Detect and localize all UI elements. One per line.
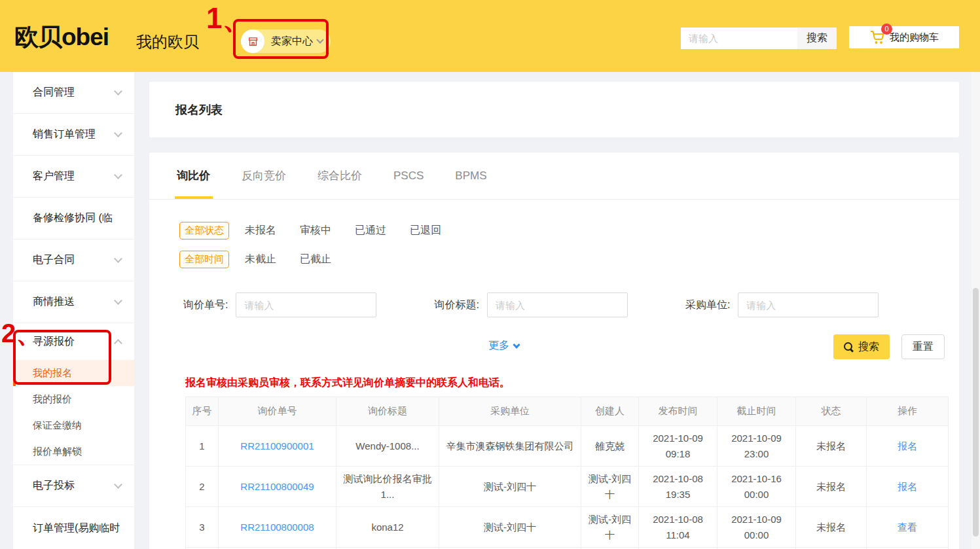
sidebar-item-e-contract[interactable]: 电子合同 [13,239,134,281]
cell-status: 未报名 [796,467,867,507]
tab-bpms[interactable]: BPMS [455,152,486,199]
field-buyer-unit: 采购单位: [685,292,879,317]
sidebar-item-repair-collab[interactable]: 备修检修协同 (临 [13,198,134,239]
chevron-down-icon [114,171,122,179]
header-search-button[interactable]: 搜索 [797,27,837,49]
tab-pscs[interactable]: PSCS [393,152,424,199]
sidebar-item-sales-orders[interactable]: 销售订单管理 [13,114,134,156]
register-action-link[interactable]: 报名 [898,481,917,492]
reset-button[interactable]: 重置 [901,334,945,359]
col-deadline: 截止时间 [717,397,796,426]
seller-center-dropdown[interactable]: 卖家中心 [241,29,331,53]
field-inquiry-no: 询价单号: [183,292,376,317]
view-action-link[interactable]: 查看 [898,522,917,533]
cell-creator: 测试-刘四十 [581,467,639,507]
page-title-card: 报名列表 [149,82,959,137]
obei-logo: 欧贝obei [14,21,109,54]
cell-status: 未报名 [796,507,867,548]
table-row: 1 RR21100900001 Wendy-1008... 辛集市澳森钢铁集团有… [186,426,949,467]
cell-publish-time: 2021-10-08 11:04 [639,507,717,548]
filter-closed[interactable]: 已截止 [300,253,331,266]
table-row: 3 RR21100800008 kona12 测试-刘四十 测试-刘四十 202… [186,507,949,548]
portal-title: 我的欧贝 [136,31,199,52]
sidebar-item-label: 合同管理 [33,86,75,99]
tab-comprehensive-compare[interactable]: 综合比价 [318,152,362,199]
filter-all-time[interactable]: 全部时间 [179,251,229,268]
sidebar-subitem-label: 我的报价 [33,393,72,406]
tab-inquiry-compare[interactable]: 询比价 [177,152,210,199]
sidebar-item-contract-mgmt[interactable]: 合同管理 [13,72,134,114]
cell-title: 测试询比价报名审批1... [336,467,439,507]
cell-deadline: 2021-10-16 00:00 [717,467,796,507]
sidebar-item-label: 电子投标 [33,479,75,493]
tab-reverse-auction[interactable]: 反向竞价 [242,152,286,199]
table-row: 2 RR21100800049 测试询比价报名审批1... 测试-刘四十 测试-… [186,467,949,507]
cell-buyer: 辛集市澳森钢铁集团有限公司 [439,426,581,467]
sidebar-item-label: 客户管理 [33,169,75,183]
main-content: 报名列表 询比价 反向竞价 综合比价 PSCS BPMS 全部状态 未报名 审核… [149,82,959,549]
inquiry-title-label: 询价标题: [434,298,479,312]
sidebar-item-label: 商情推送 [33,295,75,309]
sidebar-nav: 合同管理 销售订单管理 客户管理 备修检修协同 (临 电子合同 商情推送 寻源报… [13,72,134,549]
scrollbar-thumb[interactable] [973,288,979,537]
top-header: 欧贝obei 我的欧贝 卖家中心 搜索 0 我的购物车 [0,0,980,72]
sidebar-subitem-deposit-payment[interactable]: 保证金缴纳 [13,412,134,438]
filter-returned[interactable]: 已退回 [410,224,441,238]
header-search-input[interactable] [681,27,797,49]
sidebar-item-label: 备修检修协同 (临 [33,211,113,225]
register-action-link[interactable]: 报名 [898,440,917,452]
review-notice: 报名审核由采购员审核，联系方式详见询价单摘要中的联系人和电话。 [185,376,959,390]
search-button[interactable]: 搜索 [833,334,890,359]
filter-section: 全部状态 未报名 审核中 已通过 已退回 全部时间 未截止 已截止 [149,200,959,269]
filter-not-closed[interactable]: 未截止 [245,253,276,266]
filter-not-registered[interactable]: 未报名 [245,224,276,238]
registration-list-card: 询比价 反向竞价 综合比价 PSCS BPMS 全部状态 未报名 审核中 已通过… [149,152,959,549]
filter-approved[interactable]: 已通过 [355,224,386,238]
order-no-link[interactable]: RR21100900001 [240,440,314,452]
sidebar-subitem-label: 保证金缴纳 [33,419,82,432]
sidebar-item-order-mgmt[interactable]: 订单管理(易购临时 [13,507,134,549]
sidebar-subitem-quote-unlock[interactable]: 报价单解锁 [13,438,134,465]
more-toggle[interactable]: 更多 [488,339,519,353]
cell-buyer: 测试-刘四十 [439,507,581,548]
filter-all-status[interactable]: 全部状态 [179,222,229,239]
col-creator: 创建人 [581,397,639,426]
tab-bar: 询比价 反向竞价 综合比价 PSCS BPMS [149,152,959,200]
page-title: 报名列表 [175,102,223,118]
inquiry-no-input[interactable] [236,292,376,317]
cell-creator: 雒克兢 [581,426,639,467]
col-order-no: 询价单号 [219,397,336,426]
chevron-down-icon [114,296,122,305]
chevron-up-icon [114,339,122,347]
filter-under-review[interactable]: 审核中 [300,224,331,238]
sidebar-subitem-label: 报价单解锁 [33,446,82,458]
action-row: 更多 搜索 重置 [149,334,959,359]
inquiry-no-label: 询价单号: [183,298,228,312]
table-header-row: 序号 询价单号 询价标题 采购单位 创建人 发布时间 截止时间 状态 操作 [186,397,949,426]
cell-deadline: 2021-10-09 00:00 [717,507,796,548]
page-scrollbar [971,72,980,549]
sidebar-item-business-push[interactable]: 商情推送 [13,281,134,323]
cell-status: 未报名 [796,426,867,467]
col-title: 询价标题 [336,397,439,426]
sidebar-subitem-my-registration[interactable]: 我的报名 [13,360,134,386]
search-icon [844,342,854,352]
cell-deadline: 2021-10-09 23:00 [717,426,796,467]
cart-count-badge: 0 [881,24,892,35]
inquiry-title-input[interactable] [487,292,628,317]
cell-index: 3 [186,507,219,548]
sidebar-item-customer-mgmt[interactable]: 客户管理 [13,156,134,198]
order-no-link[interactable]: RR21100800008 [240,522,314,533]
cell-index: 1 [186,426,219,467]
more-label: 更多 [488,339,509,353]
col-buyer: 采购单位 [439,397,581,426]
cart-button[interactable]: 0 我的购物车 [849,26,959,48]
cell-publish-time: 2021-10-09 09:18 [639,426,717,467]
order-no-link[interactable]: RR21100800049 [240,481,314,492]
buyer-unit-input[interactable] [738,292,879,317]
search-button-label: 搜索 [858,340,879,354]
sidebar-subitem-my-quotation[interactable]: 我的报价 [13,386,134,412]
sidebar-item-e-bidding[interactable]: 电子投标 [13,465,134,507]
cart-label: 我的购物车 [890,31,939,44]
chevron-down-icon [114,129,122,137]
